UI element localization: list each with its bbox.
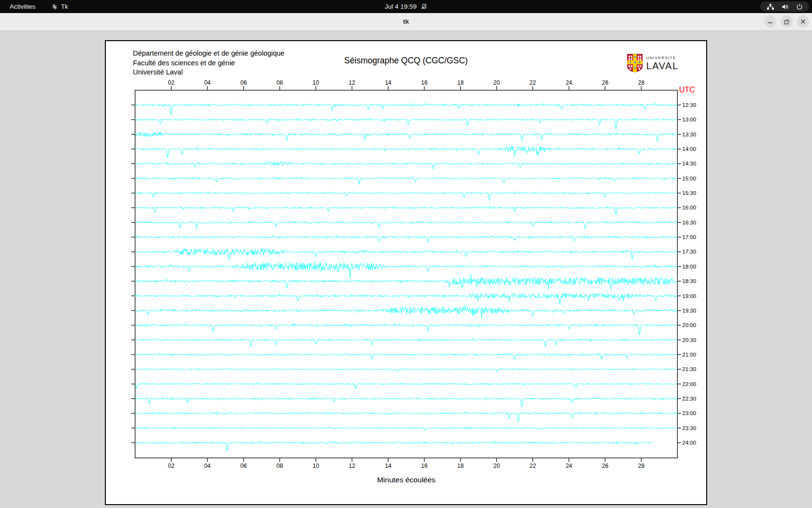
maximize-button[interactable]	[781, 15, 793, 28]
tk-app-background: Département de géologie et de génie géol…	[0, 31, 812, 508]
row-time-label: 17:00	[682, 234, 696, 240]
seismo-trace-row-22:00	[135, 383, 678, 389]
seismo-trace-row-13:30	[135, 132, 678, 142]
row-time-label: 17:30	[682, 249, 696, 254]
seismo-trace-row-19:30	[135, 305, 678, 318]
seismo-trace-row-18:00	[135, 261, 678, 278]
seismo-trace-row-13:00	[135, 118, 678, 129]
clock-button[interactable]: Jul 4 19:59	[0, 0, 812, 13]
x-tick-label-bottom: 28	[638, 463, 645, 469]
seismograph-chart: 0202040406060808101012121414161618182020…	[106, 41, 706, 504]
row-time-label: 14:00	[682, 146, 696, 152]
seismo-trace-row-16:30	[135, 221, 678, 229]
seismo-trace-row-15:30	[135, 192, 678, 201]
x-axis-label: Minutes écoulées	[377, 476, 435, 484]
x-tick-label-bottom: 08	[276, 463, 283, 469]
seismo-trace-row-24:00	[135, 441, 652, 451]
x-tick-label-top: 02	[168, 79, 175, 86]
x-tick-label-top: 08	[276, 79, 283, 86]
x-tick-label-bottom: 02	[168, 463, 175, 469]
row-time-label: 18:30	[682, 278, 696, 284]
close-button[interactable]	[797, 15, 809, 28]
row-time-label: 18:00	[682, 264, 696, 269]
seismo-trace-row-23:30	[135, 427, 678, 431]
row-time-label: 23:30	[682, 425, 696, 431]
clock-label: Jul 4 19:59	[385, 3, 417, 10]
x-tick-label-top: 04	[204, 79, 211, 86]
seismo-trace-row-14:30	[135, 161, 678, 169]
row-time-label: 20:30	[682, 337, 696, 343]
seismo-trace-row-21:30	[135, 368, 678, 372]
row-time-label: 13:00	[682, 117, 696, 122]
gnome-top-bar: Activities Tk Jul 4 19:59	[0, 0, 812, 13]
x-tick-label-top: 14	[385, 79, 392, 86]
x-tick-label-bottom: 12	[349, 463, 356, 469]
x-tick-label-top: 16	[421, 79, 428, 86]
row-time-label: 23:00	[682, 410, 696, 416]
row-time-label: 22:30	[682, 396, 696, 402]
volume-icon	[782, 3, 789, 10]
row-time-label: 15:00	[682, 176, 696, 181]
x-tick-label-bottom: 16	[421, 463, 428, 469]
seismo-trace-row-20:30	[135, 338, 678, 347]
row-time-label: 20:00	[682, 322, 696, 328]
x-tick-label-bottom: 10	[313, 463, 319, 469]
row-time-label: 21:30	[682, 366, 696, 372]
x-tick-label-bottom: 22	[530, 463, 536, 469]
row-time-label: 15:30	[682, 190, 696, 196]
window-titlebar: tk	[0, 13, 812, 31]
minimize-button[interactable]	[764, 15, 776, 28]
system-tray-button[interactable]	[760, 1, 809, 12]
x-tick-label-bottom: 20	[493, 463, 500, 469]
x-tick-label-bottom: 26	[602, 463, 609, 469]
row-time-label: 13:30	[682, 132, 696, 137]
bell-muted-icon	[421, 3, 427, 10]
utc-axis-label: UTC	[679, 86, 695, 94]
x-tick-label-top: 20	[493, 79, 500, 86]
x-tick-label-top: 26	[602, 79, 609, 86]
seismo-trace-row-19:00	[135, 293, 678, 304]
seismo-trace-row-15:00	[135, 177, 678, 184]
seismo-trace-row-12:30	[135, 103, 678, 115]
x-tick-label-top: 22	[530, 79, 536, 86]
row-time-label: 22:00	[682, 381, 696, 387]
x-tick-label-bottom: 04	[204, 463, 211, 469]
row-time-label: 14:30	[682, 161, 696, 166]
row-time-label: 16:30	[682, 220, 696, 225]
seismo-trace-row-18:30	[135, 274, 678, 290]
x-tick-label-bottom: 18	[457, 463, 464, 469]
seismo-trace-row-16:00	[135, 206, 678, 215]
row-time-label: 12:30	[682, 102, 696, 108]
plot-frame	[135, 90, 678, 458]
seismo-trace-row-20:00	[135, 323, 678, 335]
x-tick-label-bottom: 24	[566, 463, 572, 469]
x-tick-label-top: 10	[313, 79, 319, 86]
seismograph-panel: Département de géologie et de génie géol…	[105, 40, 707, 505]
row-time-label: 21:00	[682, 352, 696, 358]
x-tick-label-top: 18	[457, 79, 464, 86]
x-tick-label-top: 24	[566, 79, 572, 86]
x-tick-label-bottom: 14	[385, 463, 392, 469]
seismo-trace-row-21:00	[135, 353, 678, 359]
power-icon	[796, 3, 803, 10]
seismo-trace-row-22:30	[135, 397, 678, 407]
x-tick-label-top: 12	[349, 79, 356, 86]
x-tick-label-top: 28	[638, 79, 645, 86]
x-tick-label-bottom: 06	[240, 463, 247, 469]
row-time-label: 16:00	[682, 205, 696, 210]
seismo-trace-row-23:00	[135, 412, 678, 422]
row-time-label: 19:30	[682, 308, 696, 314]
seismo-trace-row-17:00	[135, 235, 678, 242]
window-title: tk	[0, 13, 812, 30]
network-wired-icon	[767, 3, 774, 10]
x-tick-label-top: 06	[240, 79, 247, 86]
row-time-label: 24:00	[682, 440, 696, 446]
seismo-trace-row-17:30	[135, 248, 678, 259]
seismo-trace-row-14:00	[135, 147, 678, 158]
row-time-label: 19:00	[682, 293, 696, 299]
